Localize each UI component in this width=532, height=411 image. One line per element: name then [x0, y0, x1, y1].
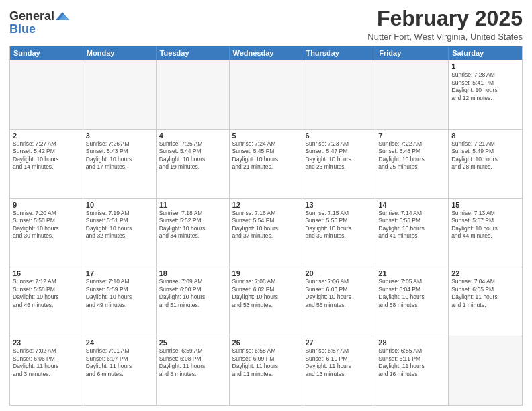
- day-number: 14: [378, 201, 445, 209]
- title-block: February 2025 Nutter Fort, West Virginia…: [367, 7, 523, 42]
- day-info: Sunrise: 7:04 AM Sunset: 6:05 PM Dayligh…: [451, 278, 519, 309]
- header-day-wednesday: Wednesday: [230, 46, 303, 60]
- day-number: 5: [232, 132, 300, 140]
- header-day-thursday: Thursday: [302, 46, 375, 60]
- calendar-cell: [10, 60, 83, 129]
- day-number: 9: [13, 201, 80, 209]
- day-info: Sunrise: 7:01 AM Sunset: 6:07 PM Dayligh…: [86, 347, 153, 378]
- day-number: 12: [232, 201, 300, 209]
- day-info: Sunrise: 7:28 AM Sunset: 5:41 PM Dayligh…: [451, 71, 519, 102]
- day-info: Sunrise: 7:05 AM Sunset: 6:04 PM Dayligh…: [378, 278, 445, 309]
- day-number: 22: [451, 269, 519, 277]
- header-day-sunday: Sunday: [10, 46, 83, 60]
- calendar-cell: 1Sunrise: 7:28 AM Sunset: 5:41 PM Daylig…: [449, 60, 522, 129]
- day-info: Sunrise: 6:59 AM Sunset: 6:08 PM Dayligh…: [159, 347, 226, 378]
- header-day-tuesday: Tuesday: [157, 46, 230, 60]
- day-info: Sunrise: 7:10 AM Sunset: 5:59 PM Dayligh…: [86, 278, 153, 309]
- logo-icon: [56, 11, 69, 21]
- day-info: Sunrise: 6:57 AM Sunset: 6:10 PM Dayligh…: [305, 347, 372, 378]
- calendar-cell: 15Sunrise: 7:13 AM Sunset: 5:57 PM Dayli…: [449, 199, 522, 267]
- day-number: 26: [232, 338, 300, 347]
- calendar-week-3: 16Sunrise: 7:12 AM Sunset: 5:58 PM Dayli…: [10, 267, 522, 336]
- day-info: Sunrise: 6:55 AM Sunset: 6:11 PM Dayligh…: [378, 347, 445, 378]
- day-number: 25: [159, 338, 226, 347]
- day-info: Sunrise: 7:20 AM Sunset: 5:50 PM Dayligh…: [13, 210, 80, 240]
- calendar-week-0: 1Sunrise: 7:28 AM Sunset: 5:41 PM Daylig…: [10, 60, 522, 129]
- day-number: 24: [86, 338, 153, 347]
- day-info: Sunrise: 7:18 AM Sunset: 5:52 PM Dayligh…: [159, 210, 226, 240]
- calendar-week-2: 9Sunrise: 7:20 AM Sunset: 5:50 PM Daylig…: [10, 198, 522, 267]
- header-day-saturday: Saturday: [449, 46, 522, 60]
- day-info: Sunrise: 7:08 AM Sunset: 6:02 PM Dayligh…: [232, 278, 300, 309]
- calendar-cell: 7Sunrise: 7:22 AM Sunset: 5:48 PM Daylig…: [375, 130, 449, 198]
- page-header: General Blue February 2025 Nutter Fort, …: [9, 7, 523, 42]
- calendar-cell: 26Sunrise: 6:58 AM Sunset: 6:09 PM Dayli…: [230, 336, 303, 405]
- day-number: 21: [378, 269, 445, 277]
- location-subtitle: Nutter Fort, West Virginia, United State…: [367, 32, 523, 42]
- calendar-cell: 6Sunrise: 7:23 AM Sunset: 5:47 PM Daylig…: [302, 130, 375, 198]
- day-info: Sunrise: 7:06 AM Sunset: 6:03 PM Dayligh…: [305, 278, 372, 309]
- calendar-cell: [375, 60, 449, 129]
- day-number: 15: [451, 201, 519, 209]
- day-info: Sunrise: 7:19 AM Sunset: 5:51 PM Dayligh…: [86, 210, 153, 240]
- calendar-cell: 11Sunrise: 7:18 AM Sunset: 5:52 PM Dayli…: [157, 199, 230, 267]
- day-number: 18: [159, 269, 226, 277]
- calendar-cell: 13Sunrise: 7:15 AM Sunset: 5:55 PM Dayli…: [302, 199, 375, 267]
- calendar-cell: 19Sunrise: 7:08 AM Sunset: 6:02 PM Dayli…: [230, 267, 303, 336]
- calendar-cell: 25Sunrise: 6:59 AM Sunset: 6:08 PM Dayli…: [157, 336, 230, 405]
- logo-blue-text: Blue: [9, 22, 36, 36]
- calendar-week-1: 2Sunrise: 7:27 AM Sunset: 5:42 PM Daylig…: [10, 129, 522, 198]
- calendar-cell: 14Sunrise: 7:14 AM Sunset: 5:56 PM Dayli…: [375, 199, 449, 267]
- day-number: 8: [451, 132, 519, 140]
- day-number: 23: [13, 338, 80, 347]
- day-info: Sunrise: 7:26 AM Sunset: 5:43 PM Dayligh…: [86, 140, 153, 171]
- day-number: 19: [232, 269, 300, 277]
- day-info: Sunrise: 7:09 AM Sunset: 6:00 PM Dayligh…: [159, 278, 226, 309]
- day-number: 7: [378, 132, 445, 140]
- calendar-cell: 4Sunrise: 7:25 AM Sunset: 5:44 PM Daylig…: [157, 130, 230, 198]
- logo: General Blue: [9, 9, 69, 36]
- calendar-cell: 20Sunrise: 7:06 AM Sunset: 6:03 PM Dayli…: [302, 267, 375, 336]
- day-number: 1: [451, 62, 519, 71]
- day-number: 2: [13, 132, 80, 140]
- day-info: Sunrise: 7:13 AM Sunset: 5:57 PM Dayligh…: [451, 210, 519, 240]
- day-info: Sunrise: 7:23 AM Sunset: 5:47 PM Dayligh…: [305, 140, 372, 171]
- calendar: SundayMondayTuesdayWednesdayThursdayFrid…: [9, 46, 523, 406]
- calendar-cell: 23Sunrise: 7:02 AM Sunset: 6:06 PM Dayli…: [10, 336, 83, 405]
- day-number: 17: [86, 269, 153, 277]
- logo-general-text: General: [9, 9, 54, 24]
- calendar-week-4: 23Sunrise: 7:02 AM Sunset: 6:06 PM Dayli…: [10, 336, 522, 405]
- calendar-cell: 16Sunrise: 7:12 AM Sunset: 5:58 PM Dayli…: [10, 267, 83, 336]
- calendar-cell: [83, 60, 157, 129]
- day-info: Sunrise: 6:58 AM Sunset: 6:09 PM Dayligh…: [232, 347, 300, 378]
- calendar-cell: 12Sunrise: 7:16 AM Sunset: 5:54 PM Dayli…: [230, 199, 303, 267]
- calendar-cell: 24Sunrise: 7:01 AM Sunset: 6:07 PM Dayli…: [83, 336, 157, 405]
- header-day-friday: Friday: [375, 46, 449, 60]
- calendar-cell: 8Sunrise: 7:21 AM Sunset: 5:49 PM Daylig…: [449, 130, 522, 198]
- day-number: 13: [305, 201, 372, 209]
- calendar-cell: 22Sunrise: 7:04 AM Sunset: 6:05 PM Dayli…: [449, 267, 522, 336]
- calendar-cell: 27Sunrise: 6:57 AM Sunset: 6:10 PM Dayli…: [302, 336, 375, 405]
- day-number: 6: [305, 132, 372, 140]
- calendar-cell: 17Sunrise: 7:10 AM Sunset: 5:59 PM Dayli…: [83, 267, 157, 336]
- calendar-cell: 5Sunrise: 7:24 AM Sunset: 5:45 PM Daylig…: [230, 130, 303, 198]
- day-info: Sunrise: 7:25 AM Sunset: 5:44 PM Dayligh…: [159, 140, 226, 171]
- month-title: February 2025: [367, 7, 523, 30]
- calendar-header: SundayMondayTuesdayWednesdayThursdayFrid…: [10, 46, 522, 60]
- calendar-cell: 28Sunrise: 6:55 AM Sunset: 6:11 PM Dayli…: [375, 336, 449, 405]
- calendar-body: 1Sunrise: 7:28 AM Sunset: 5:41 PM Daylig…: [10, 60, 522, 405]
- calendar-cell: 21Sunrise: 7:05 AM Sunset: 6:04 PM Dayli…: [375, 267, 449, 336]
- day-info: Sunrise: 7:24 AM Sunset: 5:45 PM Dayligh…: [232, 140, 300, 171]
- day-number: 27: [305, 338, 372, 347]
- day-info: Sunrise: 7:21 AM Sunset: 5:49 PM Dayligh…: [451, 140, 519, 171]
- day-info: Sunrise: 7:15 AM Sunset: 5:55 PM Dayligh…: [305, 210, 372, 240]
- day-number: 4: [159, 132, 226, 140]
- day-info: Sunrise: 7:27 AM Sunset: 5:42 PM Dayligh…: [13, 140, 80, 171]
- day-info: Sunrise: 7:16 AM Sunset: 5:54 PM Dayligh…: [232, 210, 300, 240]
- day-number: 10: [86, 201, 153, 209]
- calendar-cell: 9Sunrise: 7:20 AM Sunset: 5:50 PM Daylig…: [10, 199, 83, 267]
- day-info: Sunrise: 7:14 AM Sunset: 5:56 PM Dayligh…: [378, 210, 445, 240]
- calendar-cell: [230, 60, 303, 129]
- day-number: 20: [305, 269, 372, 277]
- calendar-cell: 2Sunrise: 7:27 AM Sunset: 5:42 PM Daylig…: [10, 130, 83, 198]
